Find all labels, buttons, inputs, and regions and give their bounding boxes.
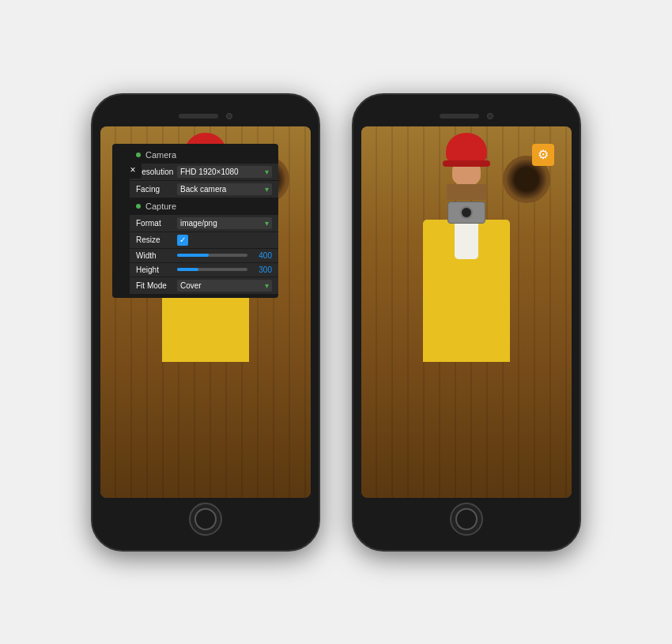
home-button-inner-left: [194, 508, 217, 530]
format-select[interactable]: image/png ▾: [177, 217, 272, 229]
front-camera-right: [487, 113, 493, 119]
resize-label: Resize: [136, 235, 177, 244]
resolution-arrow: ▾: [265, 168, 269, 176]
lens-right: [460, 206, 473, 219]
camera-dot: [136, 153, 141, 157]
home-button-inner-right: [455, 508, 478, 530]
close-button[interactable]: ×: [124, 161, 142, 179]
width-label: Width: [136, 251, 177, 260]
facing-label: Facing: [136, 185, 177, 194]
width-slider-fill: [177, 254, 209, 257]
height-label: Height: [136, 266, 177, 274]
height-row: Height 300: [130, 263, 278, 277]
height-slider-track[interactable]: [177, 268, 247, 271]
resolution-row: Resolution FHD 1920×1080 ▾: [130, 164, 278, 180]
resolution-value: FHD 1920×1080: [180, 168, 239, 176]
hair-right: [447, 184, 486, 200]
camera-section-header: Camera: [130, 147, 278, 163]
capture-dot: [136, 204, 141, 209]
facing-value: Back camera: [180, 185, 226, 194]
fitmode-value: Cover: [180, 281, 202, 290]
camera-section-label: Camera: [145, 150, 176, 160]
front-camera-left: [226, 113, 232, 119]
format-value: image/png: [180, 219, 217, 228]
width-value: 400: [252, 251, 272, 260]
phone-top-bar-right: [361, 109, 572, 123]
speaker-left: [179, 114, 218, 119]
screen-right: ⚙: [361, 126, 572, 498]
fitmode-label: Fit Mode: [136, 281, 177, 290]
phone-top-bar-left: [100, 109, 311, 123]
capture-section-label: Capture: [145, 201, 176, 211]
check-icon: ✓: [179, 235, 186, 244]
fitmode-arrow: ▾: [265, 281, 269, 290]
width-slider-track[interactable]: [177, 254, 247, 257]
capture-section-header: Capture: [130, 198, 278, 214]
resolution-label: Resolution: [136, 168, 177, 176]
resize-checkbox[interactable]: ✓: [177, 235, 188, 246]
gear-icon: ⚙: [538, 147, 549, 162]
fitmode-select[interactable]: Cover ▾: [177, 280, 272, 292]
panel-content: Camera Resolution FHD 1920×1080 ▾ Facing…: [130, 144, 278, 298]
phone-left: × Camera Resolution FHD 1920×1080 ▾: [91, 93, 320, 552]
resolution-select[interactable]: FHD 1920×1080 ▾: [177, 166, 272, 178]
height-value: 300: [252, 266, 272, 274]
format-row: Format image/png ▾: [130, 215, 278, 232]
settings-button-right[interactable]: ⚙: [532, 144, 554, 166]
hat-right: [446, 133, 487, 164]
person-right: [361, 126, 572, 498]
facing-row: Facing Back camera ▾: [130, 181, 278, 198]
screen-left: × Camera Resolution FHD 1920×1080 ▾: [100, 126, 311, 498]
width-slider-container: 400: [177, 251, 272, 260]
facing-arrow: ▾: [265, 185, 269, 194]
camera-prop-right: [447, 201, 485, 224]
width-row: Width 400: [130, 249, 278, 262]
fitmode-row: Fit Mode Cover ▾: [130, 277, 278, 294]
jacket-right: [423, 220, 510, 362]
format-label: Format: [136, 219, 177, 228]
home-button-left[interactable]: [189, 503, 222, 536]
settings-panel: × Camera Resolution FHD 1920×1080 ▾: [112, 144, 278, 298]
height-slider-container: 300: [177, 266, 272, 274]
facing-select[interactable]: Back camera ▾: [177, 183, 272, 195]
height-slider-fill: [177, 268, 198, 271]
phone-right: ⚙: [352, 93, 581, 552]
speaker-right: [440, 114, 479, 119]
resize-row: Resize ✓: [130, 232, 278, 248]
home-button-right[interactable]: [450, 503, 483, 536]
format-arrow: ▾: [265, 219, 269, 228]
